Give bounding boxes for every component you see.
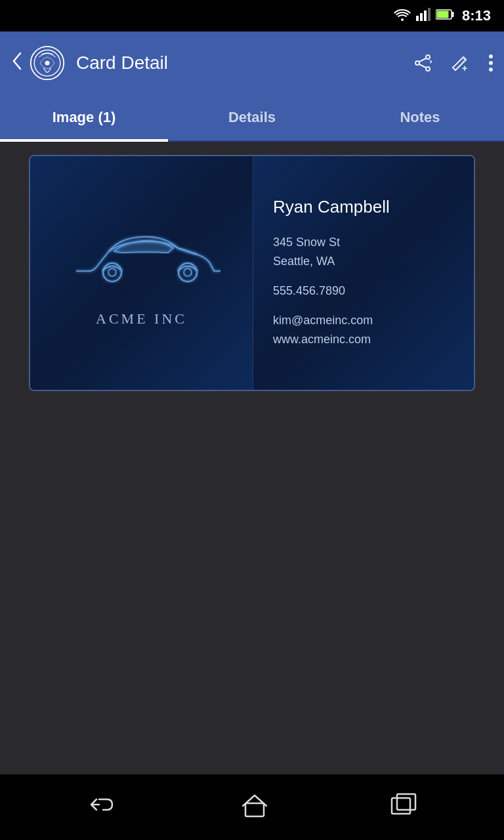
- website-url: www.acmeinc.com: [273, 333, 371, 346]
- wifi-icon: [394, 8, 411, 24]
- system-home-button[interactable]: [240, 791, 269, 823]
- contact-name: Ryan Campbell: [273, 197, 454, 217]
- svg-rect-7: [452, 12, 453, 17]
- more-options-button[interactable]: [488, 54, 494, 72]
- svg-rect-3: [424, 10, 427, 21]
- back-button[interactable]: [10, 51, 24, 75]
- svg-point-0: [401, 18, 404, 21]
- action-bar: Card Detail +: [0, 32, 504, 94]
- svg-rect-4: [428, 8, 430, 21]
- signal-icon: [416, 8, 430, 24]
- svg-rect-26: [392, 798, 410, 814]
- car-logo-icon: [63, 219, 220, 297]
- app-logo: [29, 45, 66, 81]
- svg-line-14: [419, 58, 426, 62]
- svg-point-12: [415, 61, 419, 65]
- card-left-panel: Acme Inc: [30, 156, 253, 390]
- bottom-nav: [0, 774, 504, 840]
- page-title: Card Detail: [76, 52, 413, 74]
- tabs-container: Image (1) Details Notes: [0, 94, 504, 142]
- action-icons-group: +: [413, 53, 494, 73]
- system-back-button[interactable]: [86, 793, 120, 822]
- contact-email: kim@acmeinc.com www.acmeinc.com: [273, 311, 454, 349]
- time-display: 8:13: [462, 7, 491, 24]
- svg-point-24: [184, 268, 192, 276]
- address-line2: Seattle, WA: [273, 255, 335, 268]
- tab-notes[interactable]: Notes: [336, 94, 504, 140]
- svg-point-20: [489, 68, 493, 72]
- edit-button[interactable]: +: [450, 53, 470, 73]
- email-address: kim@acmeinc.com: [273, 314, 373, 327]
- contact-phone: 555.456.7890: [273, 284, 454, 298]
- svg-point-22: [108, 268, 116, 276]
- share-button[interactable]: [413, 54, 432, 72]
- svg-text:+: +: [462, 63, 467, 73]
- svg-point-13: [426, 67, 430, 71]
- svg-rect-25: [245, 803, 264, 816]
- card-right-panel: Ryan Campbell 345 Snow St Seattle, WA 55…: [253, 156, 474, 390]
- address-line1: 345 Snow St: [273, 236, 340, 249]
- svg-rect-2: [420, 13, 423, 21]
- svg-point-10: [45, 60, 49, 65]
- status-icons: 8:13: [394, 7, 491, 24]
- svg-rect-27: [397, 794, 415, 810]
- battery-icon: [436, 9, 454, 23]
- svg-point-19: [489, 61, 493, 65]
- tab-details[interactable]: Details: [168, 94, 336, 140]
- main-content: Acme Inc Ryan Campbell 345 Snow St Seatt…: [0, 142, 504, 774]
- svg-rect-1: [416, 16, 419, 21]
- contact-address: 345 Snow St Seattle, WA: [273, 233, 454, 271]
- business-card: Acme Inc Ryan Campbell 345 Snow St Seatt…: [29, 155, 475, 391]
- system-recent-button[interactable]: [389, 791, 418, 823]
- tab-image[interactable]: Image (1): [0, 94, 168, 140]
- svg-rect-6: [436, 11, 448, 18]
- svg-line-15: [419, 64, 426, 68]
- svg-point-18: [489, 54, 493, 58]
- company-name: Acme Inc: [96, 310, 187, 327]
- status-bar: 8:13: [0, 0, 504, 32]
- svg-point-11: [426, 55, 430, 59]
